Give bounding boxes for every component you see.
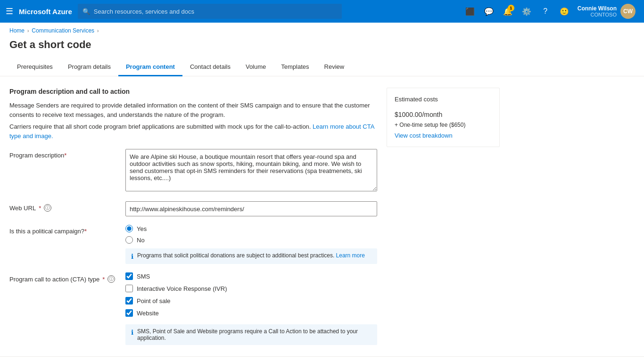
political-control: Yes No ℹ Programs that solicit political… — [125, 225, 377, 264]
help-icon[interactable]: ? — [537, 3, 554, 20]
cta-help-icon[interactable]: ⓘ — [107, 275, 115, 283]
topbar: ☰ Microsoft Azure 🔍 ⬛ 💬 🔔 1 ⚙️ ? 🙂 Conni… — [0, 0, 644, 23]
political-campaign-row: Is this a political campaign?* Yes No — [9, 225, 377, 264]
tab-program-details[interactable]: Program details — [60, 58, 118, 76]
user-menu[interactable]: Connie Wilson CONTOSO CW — [575, 4, 638, 19]
program-description-row: Program description* We are Alpine ski H… — [9, 149, 377, 193]
view-cost-breakdown-link[interactable]: View cost breakdown — [395, 132, 492, 139]
avatar: CW — [620, 4, 636, 19]
page-title: Get a short code — [0, 37, 644, 58]
section-description-1: Message Senders are required to provide … — [9, 101, 377, 119]
info-icon: ℹ — [131, 253, 133, 260]
cta-checkbox-group: SMS Interactive Voice Response (IVR) Poi… — [125, 272, 377, 317]
search-icon: 🔍 — [83, 8, 90, 15]
tab-volume[interactable]: Volume — [238, 58, 273, 76]
program-description-textarea[interactable]: We are Alpine ski House, a boutique moun… — [125, 149, 377, 191]
costs-panel: Estimated costs $1000.00/month + One-tim… — [387, 88, 500, 147]
web-url-input[interactable] — [125, 201, 377, 216]
topbar-icons: ⬛ 💬 🔔 1 ⚙️ ? 🙂 Connie Wilson CONTOSO CW — [462, 3, 638, 20]
form-area: Program description and call to action M… — [9, 88, 377, 345]
cta-pos-checkbox[interactable] — [125, 297, 133, 304]
tab-review[interactable]: Review — [317, 58, 352, 76]
hamburger-icon[interactable]: ☰ — [6, 6, 13, 16]
cta-sms-checkbox[interactable] — [125, 272, 133, 280]
cta-type-row: Program call to action (CTA) type* ⓘ SMS… — [9, 272, 377, 345]
user-org: CONTOSO — [578, 12, 617, 17]
user-name: Connie Wilson — [578, 5, 617, 12]
cta-ivr-option[interactable]: Interactive Voice Response (IVR) — [125, 285, 377, 292]
breadcrumb: Home › Communication Services › — [0, 23, 644, 37]
political-radio-group: Yes No — [125, 225, 377, 244]
costs-setup-fee: + One-time setup fee ($650) — [395, 122, 492, 128]
notifications-icon[interactable]: 🔔 1 — [499, 3, 516, 20]
cta-pos-option[interactable]: Point of sale — [125, 297, 377, 304]
program-description-control: We are Alpine ski House, a boutique moun… — [125, 149, 377, 193]
costs-amount: $1000.00/month — [395, 107, 492, 120]
section-description-2: Carriers require that all short code pro… — [9, 122, 377, 140]
breadcrumb-sep-1: › — [27, 28, 29, 33]
cta-type-label: Program call to action (CTA) type* ⓘ — [9, 272, 118, 283]
smiley-icon[interactable]: 🙂 — [556, 3, 573, 20]
required-star: * — [64, 152, 66, 159]
cloud-shell-icon[interactable]: ⬛ — [462, 3, 479, 20]
web-url-row: Web URL* ⓘ — [9, 201, 377, 216]
section-title: Program description and call to action — [9, 88, 377, 95]
tab-templates[interactable]: Templates — [273, 58, 316, 76]
political-yes-option[interactable]: Yes — [125, 225, 377, 232]
tab-navigation: Prerequisites Program details Program co… — [0, 58, 644, 76]
search-input[interactable] — [94, 8, 337, 15]
settings-icon[interactable]: ⚙️ — [518, 3, 535, 20]
search-box: 🔍 — [78, 4, 342, 19]
main-content: Program description and call to action M… — [0, 76, 644, 345]
cta-info-box: ℹ SMS, Point of Sale and Website program… — [125, 324, 377, 345]
cta-website-option[interactable]: Website — [125, 309, 377, 317]
web-url-help-icon[interactable]: ⓘ — [44, 204, 51, 212]
web-url-control — [125, 201, 377, 216]
costs-title: Estimated costs — [395, 96, 492, 103]
breadcrumb-sep-2: › — [97, 28, 99, 33]
bottom-bar: Previous Next Save and exit — [0, 356, 644, 362]
tab-contact-details[interactable]: Contact details — [182, 58, 238, 76]
tab-prerequisites[interactable]: Prerequisites — [9, 58, 60, 76]
brand-name: Microsoft Azure — [19, 8, 72, 16]
page-container: Home › Communication Services › Get a sh… — [0, 23, 644, 362]
political-learn-more-link[interactable]: Learn more — [336, 252, 365, 259]
feedback-icon[interactable]: 💬 — [480, 3, 497, 20]
program-description-label: Program description* — [9, 149, 118, 159]
cta-website-checkbox[interactable] — [125, 309, 133, 317]
cta-info-icon: ℹ — [131, 329, 133, 336]
cta-ivr-checkbox[interactable] — [125, 285, 133, 292]
political-no-option[interactable]: No — [125, 236, 377, 244]
breadcrumb-section[interactable]: Communication Services — [32, 27, 94, 34]
political-label: Is this a political campaign?* — [9, 225, 118, 235]
cta-sms-option[interactable]: SMS — [125, 272, 377, 280]
notification-badge: 1 — [508, 5, 514, 11]
web-url-label: Web URL* ⓘ — [9, 201, 118, 212]
political-no-radio[interactable] — [125, 236, 133, 244]
breadcrumb-home[interactable]: Home — [9, 27, 25, 34]
cta-type-control: SMS Interactive Voice Response (IVR) Poi… — [125, 272, 377, 345]
political-info-box: ℹ Programs that solicit political donati… — [125, 248, 377, 264]
tab-program-content[interactable]: Program content — [118, 58, 182, 76]
political-yes-radio[interactable] — [125, 225, 133, 232]
